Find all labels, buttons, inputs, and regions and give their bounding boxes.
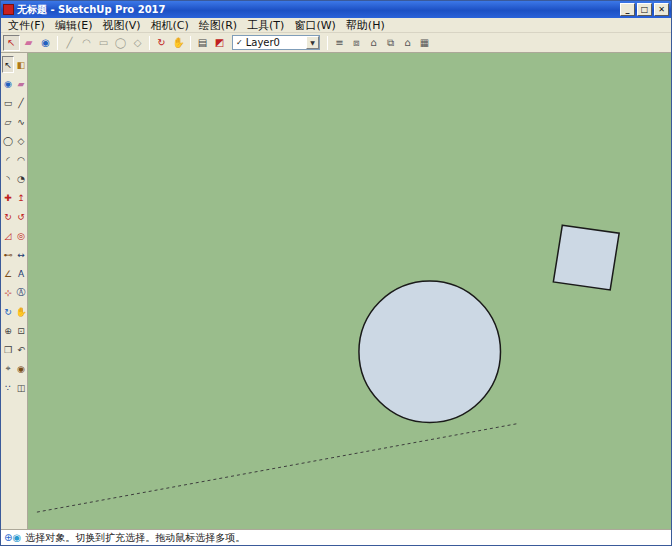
menu-file[interactable]: 文件(F) — [3, 18, 50, 33]
toolbar-separator — [190, 36, 191, 50]
rectangle-button[interactable]: ▭ — [95, 35, 112, 51]
section-plane-tool[interactable]: ◫ — [15, 379, 27, 396]
text-tool[interactable]: A — [15, 265, 27, 282]
follow-me-tool[interactable]: ↺ — [15, 208, 27, 225]
share-model-button[interactable]: ⧉ — [382, 35, 399, 51]
toolbar-separator — [149, 36, 150, 50]
layer-dropdown[interactable]: ✓ Layer0 ▼ — [232, 35, 320, 50]
polygon-tool[interactable]: ◇ — [15, 132, 27, 149]
toolbar-group-left: ↖▰◉╱◠▭◯◇↻✋▤◩ — [3, 35, 228, 51]
chevron-down-icon[interactable]: ▼ — [306, 36, 319, 49]
status-message: 选择对象。切换到扩充选择。拖动鼠标选择多项。 — [25, 531, 245, 545]
line-button[interactable]: ╱ — [61, 35, 78, 51]
extension-warehouse-button[interactable]: ⌂ — [399, 35, 416, 51]
pan-button[interactable]: ✋ — [170, 35, 187, 51]
paint-bucket-button[interactable]: ◉ — [37, 35, 54, 51]
circle-button[interactable]: ◯ — [112, 35, 129, 51]
status-icons: ⊕◉ — [4, 532, 21, 543]
axes-tool[interactable]: ⊹ — [2, 284, 14, 301]
circle-tool[interactable]: ◯ — [2, 132, 14, 149]
pie-tool[interactable]: ◔ — [15, 170, 27, 187]
orbit-button[interactable]: ↻ — [153, 35, 170, 51]
window-controls: _□✕ — [620, 3, 669, 16]
arc-button[interactable]: ◠ — [78, 35, 95, 51]
maximize-button[interactable]: □ — [637, 3, 652, 16]
tool-palette: ↖◧◉▰▭╱▱∿◯◇◜◠◝◔✚↥↻↺◿◎⊷↔∠A⊹Ⓐ↻✋⊕⊡❒↶⌖◉∵◫ — [1, 53, 28, 529]
toolbar-separator — [327, 36, 328, 50]
app-icon — [3, 4, 14, 15]
zoom-window-tool[interactable]: ⊡ — [15, 322, 27, 339]
menu-help[interactable]: 帮助(H) — [341, 18, 390, 33]
preferences-button[interactable]: ▦ — [416, 35, 433, 51]
menu-camera[interactable]: 相机(C) — [146, 18, 194, 33]
push-pull-tool[interactable]: ↥ — [15, 189, 27, 206]
select-tool[interactable]: ↖ — [2, 56, 14, 73]
circle-shape[interactable] — [359, 281, 501, 422]
credits-icon[interactable]: ◉ — [12, 532, 21, 543]
pan-tool[interactable]: ✋ — [15, 303, 27, 320]
app-window: 无标题 - SketchUp Pro 2017 _□✕ 文件(F)编辑(E)视图… — [0, 0, 672, 546]
rotate-tool[interactable]: ↻ — [2, 208, 14, 225]
scale-tool[interactable]: ◿ — [2, 227, 14, 244]
title-bar[interactable]: 无标题 - SketchUp Pro 2017 _□✕ — [1, 1, 671, 18]
arc-tool[interactable]: ◜ — [2, 151, 14, 168]
rectangle-tool[interactable]: ▭ — [2, 94, 14, 111]
orbit-tool[interactable]: ↻ — [2, 303, 14, 320]
square-shape[interactable] — [553, 225, 619, 290]
toolbar: ↖▰◉╱◠▭◯◇↻✋▤◩ ✓ Layer0 ▼ ≡⧈⌂⧉⌂▦ — [1, 33, 671, 53]
main-area: ↖◧◉▰▭╱▱∿◯◇◜◠◝◔✚↥↻↺◿◎⊷↔∠A⊹Ⓐ↻✋⊕⊡❒↶⌖◉∵◫ — [1, 53, 671, 529]
polygon-button[interactable]: ◇ — [129, 35, 146, 51]
walk-tool[interactable]: ∵ — [2, 379, 14, 396]
eraser-tool[interactable]: ▰ — [15, 75, 27, 92]
toolbar-separator — [57, 36, 58, 50]
model-info-button[interactable]: ◩ — [211, 35, 228, 51]
rotated-rectangle-tool[interactable]: ▱ — [2, 113, 14, 130]
3d-text-tool[interactable]: Ⓐ — [15, 284, 27, 301]
move-tool[interactable]: ✚ — [2, 189, 14, 206]
components-button[interactable]: ⧈ — [348, 35, 365, 51]
menu-tools[interactable]: 工具(T) — [242, 18, 289, 33]
paint-bucket-tool[interactable]: ◉ — [2, 75, 14, 92]
offset-tool[interactable]: ◎ — [15, 227, 27, 244]
menu-draw[interactable]: 绘图(R) — [194, 18, 242, 33]
print-button[interactable]: ▤ — [194, 35, 211, 51]
drawing-canvas[interactable] — [28, 53, 671, 529]
layer-value: Layer0 — [246, 37, 280, 48]
menu-window[interactable]: 窗口(W) — [289, 18, 340, 33]
layer-check-icon: ✓ — [236, 38, 243, 47]
menu-edit[interactable]: 编辑(E) — [50, 18, 98, 33]
close-button[interactable]: ✕ — [654, 3, 669, 16]
window-title: 无标题 - SketchUp Pro 2017 — [17, 3, 617, 17]
zoom-extents-tool[interactable]: ❒ — [2, 341, 14, 358]
zoom-tool[interactable]: ⊕ — [2, 322, 14, 339]
previous-tool[interactable]: ↶ — [15, 341, 27, 358]
menu-bar: 文件(F)编辑(E)视图(V)相机(C)绘图(R)工具(T)窗口(W)帮助(H) — [1, 18, 671, 33]
tape-measure-tool[interactable]: ⊷ — [2, 246, 14, 263]
look-around-tool[interactable]: ◉ — [15, 360, 27, 377]
make-component-tool[interactable]: ◧ — [15, 56, 27, 73]
outliner-button[interactable]: ≡ — [331, 35, 348, 51]
status-bar: ⊕◉ 选择对象。切换到扩充选择。拖动鼠标选择多项。 — [1, 529, 671, 545]
eraser-button[interactable]: ▰ — [20, 35, 37, 51]
three-point-arc-tool[interactable]: ◝ — [2, 170, 14, 187]
two-point-arc-tool[interactable]: ◠ — [15, 151, 27, 168]
dimension-tool[interactable]: ↔ — [15, 246, 27, 263]
get-models-button[interactable]: ⌂ — [365, 35, 382, 51]
protractor-tool[interactable]: ∠ — [2, 265, 14, 282]
line-tool[interactable]: ╱ — [15, 94, 27, 111]
position-camera-tool[interactable]: ⌖ — [2, 360, 14, 377]
toolbar-group-right: ≡⧈⌂⧉⌂▦ — [324, 35, 433, 51]
menu-view[interactable]: 视图(V) — [97, 18, 145, 33]
select-button[interactable]: ↖ — [3, 35, 20, 51]
freehand-tool[interactable]: ∿ — [15, 113, 27, 130]
minimize-button[interactable]: _ — [620, 3, 635, 16]
